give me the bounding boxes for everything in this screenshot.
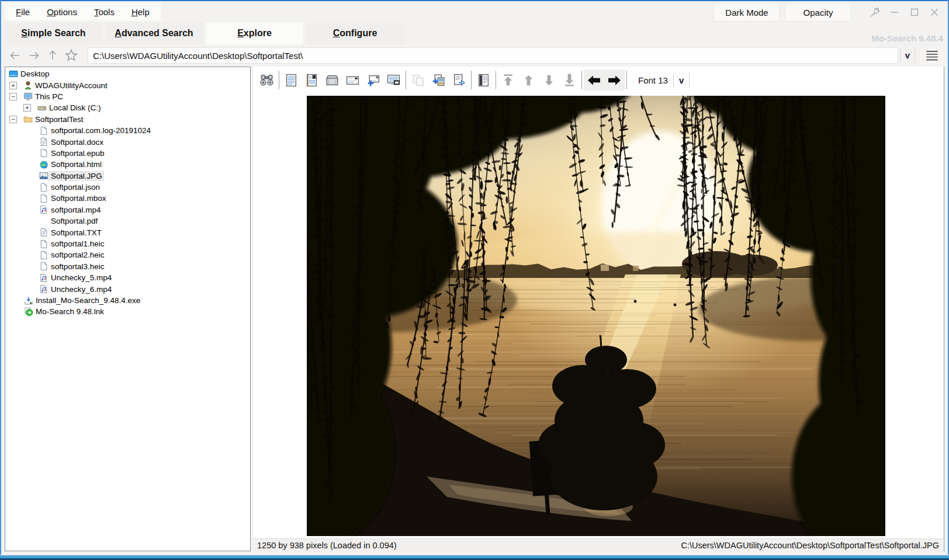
media-icon — [39, 205, 49, 215]
next-file-button[interactable] — [604, 69, 625, 91]
tree-item[interactable]: softportal.mp4 — [5, 204, 250, 215]
previous-item-button[interactable] — [518, 69, 539, 91]
tree-item[interactable]: Softportal.TXT — [5, 227, 250, 238]
tree-item[interactable]: −This PC — [5, 91, 250, 102]
tree-item[interactable]: Softportal.JPG — [5, 171, 250, 182]
computer-icon — [23, 92, 33, 102]
previous-file-button[interactable] — [584, 69, 604, 91]
email-computer-button[interactable] — [383, 69, 404, 91]
tree-item[interactable]: Unchecky_5.mp4 — [5, 272, 250, 283]
up-arrow-icon[interactable] — [43, 47, 62, 64]
open-folder-button[interactable] — [322, 69, 342, 91]
copy-add-button[interactable] — [428, 69, 449, 91]
last-item-button[interactable] — [559, 69, 580, 91]
tree-item[interactable]: Install_Mo-Search_9.48.4.exe — [5, 295, 250, 306]
tree-item-label: softportal.json — [49, 182, 102, 192]
view-document-button[interactable] — [281, 69, 302, 91]
tab-label: Simple Search — [21, 28, 85, 39]
preview-pane: Font 13 v — [253, 67, 944, 552]
window-controls — [865, 4, 943, 20]
view-book-button[interactable] — [302, 69, 322, 91]
tree-expander-icon[interactable]: − — [9, 93, 17, 100]
close-icon[interactable] — [925, 4, 943, 20]
status-file-path: C:\Users\WDAGUtilityAccount\Desktop\Soft… — [681, 541, 939, 550]
forward-arrow-icon[interactable] — [25, 47, 43, 64]
next-item-button[interactable] — [539, 69, 559, 91]
tree-item-label: Softportal.pdf — [49, 216, 99, 226]
desktop-icon — [8, 69, 19, 79]
tab-simple-search[interactable]: Simple Search — [5, 22, 102, 44]
file-icon — [39, 193, 49, 203]
file-lines-icon — [39, 228, 49, 238]
favorite-star-icon[interactable] — [62, 47, 81, 64]
tree-item[interactable]: softportal.com.log-20191024 — [5, 125, 250, 136]
tree-item-label: Mo-Search 9.48.lnk — [34, 307, 106, 316]
tree-item[interactable]: Mo-Search 9.48.lnk — [5, 306, 250, 317]
search-button[interactable] — [257, 69, 277, 91]
opacity-button[interactable]: Opacity — [785, 3, 851, 22]
file-icon — [39, 126, 49, 135]
address-bar: C:\Users\WDAGUtilityAccount\Desktop\Soft… — [6, 47, 944, 64]
menu-help[interactable]: Help — [125, 7, 156, 17]
tree-item[interactable]: softportal3.heic — [5, 261, 250, 272]
toolbar-separator — [471, 71, 472, 89]
tree-item[interactable]: Softportal.html — [5, 159, 250, 170]
tree-item[interactable]: softportal2.heic — [5, 249, 250, 260]
tab-label: Explore — [237, 28, 272, 39]
installer-icon — [23, 295, 34, 305]
image-icon — [39, 171, 49, 181]
view-report-button[interactable] — [473, 69, 494, 91]
titlebar-buttons: Dark ModeOpacity — [709, 3, 851, 22]
file-icon — [39, 262, 49, 272]
tree-expander-icon[interactable]: + — [23, 104, 31, 112]
tree-item-label: softportal2.heic — [49, 250, 106, 260]
tab-explore[interactable]: Explore — [206, 22, 303, 44]
tree-item-label: softportal.com.log-20191024 — [49, 126, 153, 135]
tree-item-label: Softportal.JPG — [49, 171, 104, 181]
email-button[interactable] — [342, 69, 363, 91]
tree-item[interactable]: softportal.json — [5, 182, 250, 193]
tree-item-label: SoftportalTest — [33, 114, 85, 124]
path-input[interactable]: C:\Users\WDAGUtilityAccount\Desktop\Soft… — [88, 47, 898, 64]
tab-advanced-search[interactable]: Advanced Search — [105, 22, 203, 44]
tree-expander-icon[interactable]: − — [9, 116, 17, 123]
export-document-button[interactable] — [449, 69, 469, 91]
tree-item[interactable]: Softportal.epub — [5, 148, 250, 159]
minimize-icon[interactable] — [885, 4, 903, 20]
tree-item-label: WDAGUtilityAccount — [33, 81, 109, 91]
folder-tree: Desktop+WDAGUtilityAccount−This PC+Local… — [5, 67, 251, 551]
tree-item[interactable]: +WDAGUtilityAccount — [5, 79, 250, 91]
path-text: C:\Users\WDAGUtilityAccount\Desktop\Soft… — [93, 51, 303, 61]
font-dropdown-button[interactable]: v — [679, 75, 684, 85]
tab-configure[interactable]: Configure — [306, 22, 404, 44]
tree-item[interactable]: +Local Disk (C:) — [5, 102, 250, 113]
back-arrow-icon[interactable] — [6, 47, 25, 64]
toolbar-separator — [279, 71, 279, 89]
menu-tools[interactable]: Tools — [88, 7, 121, 17]
dark-mode-button[interactable]: Dark Mode — [714, 3, 780, 22]
toolbar-separator — [581, 71, 582, 89]
edge-icon — [39, 159, 49, 169]
maximize-icon[interactable] — [905, 4, 923, 20]
media-icon — [39, 273, 49, 283]
new-email-button[interactable] — [363, 69, 383, 91]
tree-item[interactable]: Softportal.mbox — [5, 193, 250, 204]
tree-item[interactable]: Unchecky_6.mp4 — [5, 283, 250, 294]
tree-item-label: softportal.mp4 — [49, 205, 103, 215]
path-dropdown-button[interactable]: v — [900, 48, 915, 62]
tree-item[interactable]: −SoftportalTest — [5, 114, 250, 125]
hamburger-menu-icon[interactable] — [920, 47, 944, 64]
tree-item[interactable]: Softportal.docx — [5, 136, 250, 147]
file-icon — [39, 148, 49, 158]
menu-file[interactable]: File — [9, 7, 36, 17]
copy-button[interactable] — [408, 69, 428, 91]
tree-item[interactable]: Softportal.pdf — [5, 215, 250, 227]
tree-expander-icon[interactable]: + — [9, 82, 17, 89]
first-item-button[interactable] — [498, 69, 518, 91]
media-icon — [39, 284, 49, 294]
folder-icon — [23, 114, 33, 124]
pin-icon[interactable] — [865, 4, 884, 20]
menu-options[interactable]: Options — [40, 7, 84, 17]
tree-item[interactable]: Desktop — [5, 68, 250, 79]
tree-item[interactable]: softportal1.heic — [5, 238, 250, 249]
